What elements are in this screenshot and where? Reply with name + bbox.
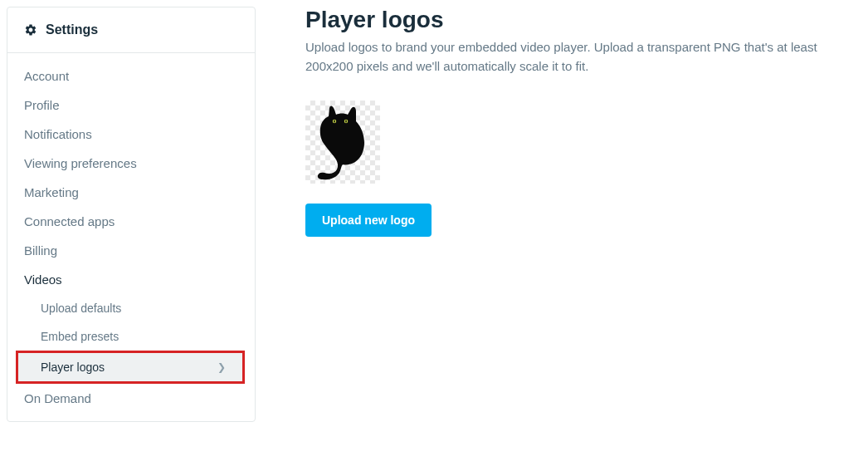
logo-preview-thumbnail[interactable] (305, 101, 380, 184)
cat-logo-image (310, 103, 376, 182)
sidebar-subitem-player-logos[interactable]: Player logos ❯ (18, 353, 242, 381)
sidebar-item-account[interactable]: Account (7, 61, 255, 91)
subitem-label: Upload defaults (41, 302, 121, 315)
sidebar-item-connected-apps[interactable]: Connected apps (7, 207, 255, 236)
upload-new-logo-button[interactable]: Upload new logo (305, 204, 432, 237)
sidebar-subitem-upload-defaults[interactable]: Upload defaults (7, 294, 255, 322)
sidebar-item-videos[interactable]: Videos (7, 265, 255, 294)
sidebar-item-profile[interactable]: Profile (7, 91, 255, 120)
sidebar-title: Settings (46, 22, 98, 37)
videos-sublist: Upload defaults Embed presets Player log… (7, 294, 255, 384)
subitem-label: Player logos (41, 361, 105, 374)
sidebar-item-notifications[interactable]: Notifications (7, 120, 255, 149)
highlight-annotation: Player logos ❯ (16, 351, 245, 384)
page-description: Upload logos to brand your embedded vide… (305, 38, 861, 76)
svg-point-2 (334, 120, 335, 123)
chevron-right-icon: ❯ (217, 361, 226, 373)
sidebar-item-on-demand[interactable]: On Demand (7, 384, 255, 413)
sidebar-item-marketing[interactable]: Marketing (7, 178, 255, 207)
sidebar-subitem-embed-presets[interactable]: Embed presets (7, 322, 255, 351)
sidebar-header: Settings (7, 7, 255, 53)
subitem-label: Embed presets (41, 330, 119, 343)
page-title: Player logos (305, 7, 861, 33)
sidebar-item-billing[interactable]: Billing (7, 236, 255, 265)
main-content: Player logos Upload logos to brand your … (256, 7, 861, 422)
sidebar-list: Account Profile Notifications Viewing pr… (7, 53, 255, 421)
gear-icon (24, 23, 37, 37)
settings-sidebar: Settings Account Profile Notifications V… (7, 7, 256, 422)
svg-point-3 (345, 120, 347, 123)
sidebar-item-viewing-preferences[interactable]: Viewing preferences (7, 149, 255, 178)
